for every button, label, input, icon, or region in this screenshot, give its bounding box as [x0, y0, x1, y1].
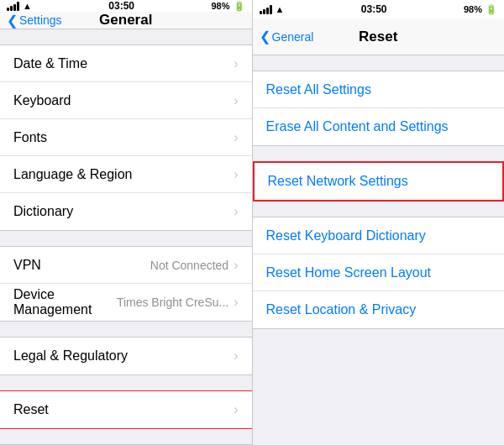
right-back-button[interactable]: ❮ General: [260, 29, 314, 44]
battery-icon: 🔋: [234, 1, 245, 12]
vpn-item[interactable]: VPN Not Connected ›: [0, 247, 252, 284]
device-management-item[interactable]: Device Management Times Bright CreSu... …: [0, 284, 252, 321]
status-right: 98% 🔋: [211, 1, 244, 12]
reset-network-label: Reset Network Settings: [268, 174, 490, 189]
right-panel: ▲ 03:50 98% 🔋 ❮ General Reset Reset All …: [253, 0, 505, 445]
date-time-label: Date & Time: [13, 56, 234, 71]
reset-label: Reset: [13, 402, 234, 417]
battery-pct: 98%: [211, 1, 229, 11]
reset-home-screen-label: Reset Home Screen Layout: [266, 265, 491, 280]
right-signal-icon: [260, 4, 272, 14]
left-section-2: VPN Not Connected › Device Management Ti…: [0, 246, 252, 322]
right-status-right: 98% 🔋: [464, 4, 497, 15]
right-wifi-icon: ▲: [276, 4, 285, 14]
right-battery-pct: 98%: [464, 4, 482, 14]
right-section-3: Reset Keyboard Dictionary Reset Home Scr…: [253, 217, 505, 329]
reset-home-screen-item[interactable]: Reset Home Screen Layout: [253, 254, 505, 291]
device-management-value: Times Bright CreSu...: [117, 296, 228, 309]
legal-regulatory-item[interactable]: Legal & Regulatory ›: [0, 338, 252, 374]
left-section-1: Date & Time › Keyboard › Fonts › Languag…: [0, 44, 252, 231]
fonts-label: Fonts: [13, 130, 234, 145]
reset-all-settings-label: Reset All Settings: [266, 82, 491, 97]
language-region-item[interactable]: Language & Region ›: [0, 156, 252, 193]
language-region-label: Language & Region: [13, 167, 234, 182]
left-status-time: 03:50: [108, 0, 134, 12]
reset-location-privacy-item[interactable]: Reset Location & Privacy: [253, 291, 505, 328]
device-management-chevron: ›: [234, 295, 238, 310]
left-nav-bar: ❮ Settings General: [0, 12, 252, 29]
right-battery-icon: 🔋: [486, 4, 497, 15]
erase-all-content-label: Erase All Content and Settings: [266, 119, 491, 134]
left-chevron-icon: ❮: [7, 13, 18, 29]
keyboard-chevron: ›: [234, 93, 238, 108]
reset-all-settings-item[interactable]: Reset All Settings: [253, 71, 505, 108]
keyboard-label: Keyboard: [13, 93, 234, 108]
reset-chevron: ›: [234, 402, 238, 417]
dictionary-label: Dictionary: [13, 204, 234, 219]
legal-regulatory-label: Legal & Regulatory: [13, 348, 234, 364]
left-status-bar: ▲ 03:50 98% 🔋: [0, 0, 252, 12]
vpn-label: VPN: [13, 258, 150, 273]
date-time-item[interactable]: Date & Time ›: [0, 45, 252, 82]
erase-all-content-item[interactable]: Erase All Content and Settings: [253, 108, 505, 145]
reset-location-privacy-label: Reset Location & Privacy: [266, 302, 491, 317]
right-back-label: General: [272, 30, 314, 44]
signal-icon: [7, 1, 19, 11]
left-section-3: Legal & Regulatory ›: [0, 337, 252, 375]
fonts-item[interactable]: Fonts ›: [0, 119, 252, 156]
vpn-value: Not Connected: [150, 259, 228, 272]
dictionary-item[interactable]: Dictionary ›: [0, 193, 252, 230]
left-back-button[interactable]: ❮ Settings: [7, 13, 62, 29]
date-time-chevron: ›: [234, 56, 238, 71]
right-status-bar: ▲ 03:50 98% 🔋: [253, 0, 505, 18]
keyboard-item[interactable]: Keyboard ›: [0, 82, 252, 119]
vpn-chevron: ›: [234, 258, 238, 273]
status-left: ▲: [7, 1, 32, 11]
left-back-label: Settings: [19, 13, 62, 27]
right-section-2: Reset Network Settings: [253, 161, 505, 202]
fonts-chevron: ›: [234, 130, 238, 145]
left-section-4: Reset ›: [0, 390, 252, 429]
reset-keyboard-dict-label: Reset Keyboard Dictionary: [266, 228, 491, 243]
wifi-icon: ▲: [23, 1, 32, 11]
right-section-1: Reset All Settings Erase All Content and…: [253, 71, 505, 146]
left-nav-title: General: [99, 12, 152, 29]
dictionary-chevron: ›: [234, 204, 238, 219]
right-status-left: ▲: [260, 4, 285, 14]
reset-keyboard-dict-item[interactable]: Reset Keyboard Dictionary: [253, 217, 505, 254]
reset-item[interactable]: Reset ›: [0, 391, 252, 428]
left-panel: ▲ 03:50 98% 🔋 ❮ Settings General Date & …: [0, 0, 252, 445]
reset-network-item[interactable]: Reset Network Settings: [255, 163, 503, 200]
right-nav-bar: ❮ General Reset: [253, 18, 505, 55]
right-status-time: 03:50: [361, 3, 387, 15]
right-chevron-icon: ❮: [260, 29, 270, 44]
legal-regulatory-chevron: ›: [234, 348, 238, 364]
right-nav-title: Reset: [359, 29, 397, 45]
device-management-label: Device Management: [13, 287, 117, 317]
language-region-chevron: ›: [234, 167, 238, 182]
